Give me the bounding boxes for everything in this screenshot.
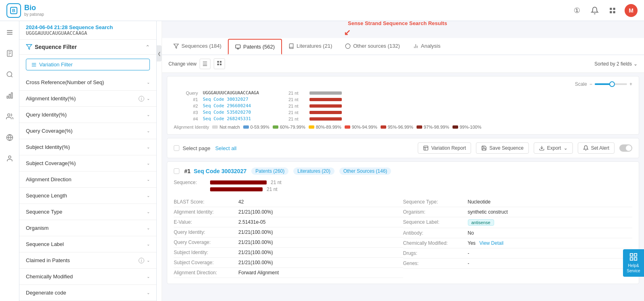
- save-sequence-button[interactable]: Save Sequence: [476, 142, 529, 154]
- subject-coverage-value: 21/21(100.00%): [238, 260, 273, 265]
- seq-bar-row-1: Sequence: 21 nt: [174, 180, 632, 185]
- search-info-bar: 2024-06-04 21:28 Sequence Search UGGGAUU…: [19, 21, 156, 40]
- filter-section-subject-identity[interactable]: Subject Identity(%) ⌄: [19, 139, 156, 155]
- view-detail-link[interactable]: View Detail: [479, 240, 503, 246]
- sidebar-chart-icon[interactable]: [3, 89, 16, 102]
- export-chevron-icon: ⌄: [564, 145, 568, 151]
- result-other-sources-tag[interactable]: Other Sources (146): [339, 167, 391, 175]
- sidebar-document-icon[interactable]: [3, 47, 16, 60]
- notification-icon[interactable]: [589, 5, 600, 16]
- sidebar-person-icon[interactable]: [3, 152, 16, 165]
- svg-rect-42: [630, 258, 633, 260]
- query-nt: 21 nt: [288, 91, 305, 95]
- filter-section-sequence-length-right: ⌄: [147, 193, 150, 198]
- chevron-down-icon: ⌄: [147, 258, 150, 263]
- filter-collapse-icon[interactable]: ⌃: [145, 44, 150, 50]
- filter-section-alignment-identity[interactable]: Alignment Identity(%) i ⌄: [19, 91, 156, 107]
- select-page-checkbox[interactable]: [174, 145, 179, 151]
- legend-row: Alignment Identity Not match 0-59.99% 60…: [174, 125, 632, 129]
- tab-sequences[interactable]: Sequences (184): [167, 38, 228, 55]
- svg-text:B: B: [12, 8, 15, 13]
- filter-section-alignment-direction-right: ⌄: [147, 177, 150, 182]
- filter-collapse-arrow[interactable]: ❮: [157, 45, 162, 61]
- list-view-button[interactable]: ☰: [200, 59, 210, 69]
- export-button[interactable]: Export ⌄: [534, 142, 573, 154]
- result-literatures-tag[interactable]: Literatures (20): [293, 167, 334, 175]
- seq-bar-1: [210, 180, 267, 184]
- alignment-seq-1: Seq Code 30032027: [203, 97, 284, 102]
- blast-score-label: BLAST Score:: [174, 199, 238, 205]
- filter-title: Sequence Filter: [26, 44, 77, 50]
- legend-90-94: 90%-94.99%: [345, 125, 377, 129]
- filter-section-subject-coverage[interactable]: Subject Coverage(%) ⌄: [19, 155, 156, 172]
- result-card-header: #1 Seq Code 30032027 Patents (260) Liter…: [174, 167, 632, 175]
- user-avatar[interactable]: M: [625, 4, 638, 17]
- filter-section-alignment-direction[interactable]: Alignment Direction ⌄: [19, 172, 156, 188]
- alignment-row-4: #4 Seq Code 268245331 21 nt: [174, 116, 632, 121]
- svg-rect-25: [236, 45, 240, 48]
- chevron-down-icon: ⌄: [147, 242, 150, 246]
- grid-view-button[interactable]: [214, 58, 225, 69]
- details-left: BLAST Score: 42 Alignment Identity: 21/2…: [174, 197, 403, 278]
- filter-section-cross-reference[interactable]: Cross Reference(Number of Seq) ⌄: [19, 74, 156, 91]
- filter-section-claimed-patents[interactable]: Claimed in Patents i ⌄: [19, 252, 156, 269]
- result-patents-tag[interactable]: Patents (260): [251, 167, 288, 175]
- tab-other-sources[interactable]: Other sources (132): [339, 38, 406, 55]
- alignment-identity-label: Alignment Identity:: [174, 209, 238, 215]
- filter-section-sequence-type[interactable]: Sequence Type ⌄: [19, 204, 156, 220]
- svg-point-28: [345, 44, 350, 49]
- set-alert-toggle[interactable]: [619, 144, 632, 152]
- alignment-identity-value: 21/21(100.00%): [238, 209, 273, 215]
- content-scroll: Change view ☰ Sorted by 2 fields ⌄: [162, 55, 644, 301]
- sort-chevron-icon: ⌄: [633, 61, 638, 67]
- select-all-link[interactable]: Select all: [215, 145, 237, 151]
- filter-title-label: Sequence Filter: [35, 44, 77, 50]
- variation-report-button[interactable]: Variation Report: [418, 142, 471, 154]
- chevron-down-icon: ⌄: [147, 226, 150, 230]
- sidebar-team-icon[interactable]: [3, 110, 16, 123]
- filter-section-organism[interactable]: Organism ⌄: [19, 220, 156, 236]
- variation-filter-label: Variation Filter: [39, 61, 73, 68]
- e-value-value: 2.51431e-05: [238, 219, 265, 225]
- set-alert-button[interactable]: Set Alert: [578, 142, 615, 154]
- legend-alignment-identity: Alignment Identity: [174, 125, 209, 129]
- filter-section-cross-reference-right: ⌄: [147, 80, 150, 85]
- sort-control[interactable]: Sorted by 2 fields ⌄: [594, 61, 638, 67]
- variation-filter-button[interactable]: Variation Filter: [26, 59, 150, 70]
- svg-rect-15: [9, 94, 10, 98]
- sidebar-globe-icon[interactable]: [3, 131, 16, 144]
- tabs-container: Sense Strand Sequence Search Results ↙ S…: [162, 21, 644, 55]
- help-service-button[interactable]: Help&Service: [623, 249, 644, 277]
- filter-section-degenerate-code[interactable]: Degenerate code ⌄: [19, 285, 156, 301]
- filter-section-query-coverage[interactable]: Query Coverage(%) ⌄: [19, 123, 156, 139]
- filter-section-sequence-label[interactable]: Sequence Label ⌄: [19, 236, 156, 252]
- antibody-label: Antibody:: [403, 230, 468, 236]
- tab-literatures[interactable]: Literatures (21): [282, 38, 339, 55]
- help-icon[interactable]: ①: [571, 5, 583, 16]
- filter-section-chemically-modified[interactable]: Chemically Modified ⌄: [19, 269, 156, 285]
- alignment-header: Scale − +: [174, 81, 632, 87]
- chevron-down-icon: ⌄: [147, 161, 150, 165]
- alignment-nt-3: 21 nt: [288, 110, 305, 115]
- logo-icon: B: [6, 3, 21, 18]
- toggle-thumb: [626, 145, 631, 151]
- change-view-label: Change view: [168, 61, 196, 67]
- filter-section-query-identity[interactable]: Query Identity(%) ⌄: [19, 107, 156, 123]
- grid-icon[interactable]: [607, 5, 618, 16]
- filter-section-sequence-length[interactable]: Sequence Length ⌄: [19, 188, 156, 204]
- view-sort-bar: Change view ☰ Sorted by 2 fields ⌄: [162, 55, 644, 73]
- sidebar-search-icon[interactable]: [3, 68, 16, 81]
- sidebar-menu-icon[interactable]: [3, 26, 16, 39]
- tab-analysis[interactable]: Analysis: [406, 38, 447, 55]
- alignment-bar-4: [309, 117, 342, 121]
- result-checkbox[interactable]: [174, 168, 179, 174]
- chevron-down-icon: ⌄: [147, 290, 150, 295]
- details-right: Sequence Type: Nucleotide Organism: synt…: [403, 197, 633, 278]
- chevron-down-icon: ⌄: [147, 129, 150, 133]
- result-seq-code[interactable]: Seq Code 30032027: [194, 168, 246, 174]
- logo-bio: Bio: [24, 4, 44, 13]
- svg-rect-33: [220, 61, 222, 63]
- tab-patents[interactable]: Patents (562): [228, 39, 282, 55]
- sequence-label-label: Sequence Label:: [403, 219, 468, 226]
- svg-point-13: [7, 72, 12, 76]
